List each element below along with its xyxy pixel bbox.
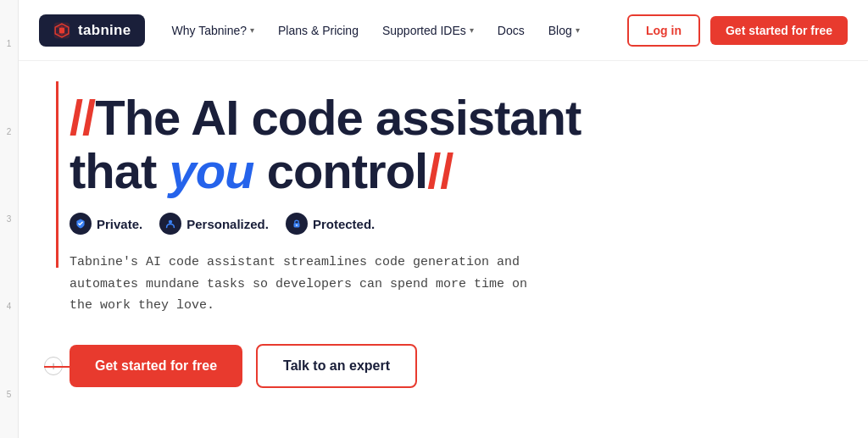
nav-actions: Log in Get started for free: [627, 14, 848, 47]
chevron-down-icon: ▾: [470, 25, 474, 35]
logo-text: tabnine: [78, 22, 131, 39]
hero-badges: Private. Personalized.: [70, 213, 817, 235]
badge-personalized: Personalized.: [159, 213, 269, 235]
badge-private-text: Private.: [97, 217, 142, 231]
hero-accent-line: [56, 81, 58, 268]
line-2: 2: [0, 87, 18, 175]
nav-docs[interactable]: Docs: [498, 24, 525, 37]
talk-to-expert-button[interactable]: Talk to an expert: [256, 344, 417, 388]
login-button[interactable]: Log in: [627, 14, 700, 47]
nav-blog[interactable]: Blog ▾: [548, 24, 580, 37]
hero-section: //The AI code assistant that you control…: [19, 61, 868, 438]
hero-description: Tabnine's AI code assistant streamlines …: [70, 252, 544, 317]
badge-personalized-text: Personalized.: [186, 217, 269, 231]
badge-protected: Protected.: [286, 213, 375, 235]
headline-line2-after: control: [254, 143, 428, 198]
nav-why-tabnine[interactable]: Why Tabnine? ▾: [172, 24, 254, 37]
badge-protected-text: Protected.: [313, 217, 375, 231]
headline-slashes-prefix: //: [70, 90, 95, 145]
navbar: tabnine Why Tabnine? ▾ Plans & Pricing S…: [19, 0, 868, 61]
nav-supported-ides[interactable]: Supported IDEs ▾: [382, 24, 474, 37]
logo[interactable]: tabnine: [39, 14, 145, 47]
badge-private: Private.: [70, 213, 142, 235]
lock-icon: [286, 213, 308, 235]
svg-point-4: [296, 225, 298, 226]
get-started-nav-button[interactable]: Get started for free: [710, 16, 848, 45]
nav-links: Why Tabnine? ▾ Plans & Pricing Supported…: [172, 24, 627, 37]
chevron-down-icon: ▾: [250, 25, 254, 35]
hero-headline: //The AI code assistant that you control…: [70, 91, 817, 197]
get-started-button[interactable]: Get started for free: [70, 345, 242, 387]
main-container: tabnine Why Tabnine? ▾ Plans & Pricing S…: [19, 0, 868, 438]
line-1: 1: [0, 0, 18, 87]
hero-buttons: + Get started for free Talk to an expert: [70, 344, 817, 388]
line-5: 5: [0, 351, 18, 438]
line-4: 4: [0, 263, 18, 350]
chevron-down-icon: ▾: [576, 25, 580, 35]
svg-rect-1: [59, 27, 64, 32]
line-numbers: 1 2 3 4 5: [0, 0, 19, 438]
tabnine-logo-icon: [53, 21, 71, 40]
headline-slashes-suffix: //: [427, 143, 453, 198]
svg-point-2: [169, 220, 172, 224]
headline-line2-before: that: [70, 143, 169, 198]
headline-you: you: [169, 143, 253, 198]
person-icon: [159, 213, 181, 235]
button-connector-line: [44, 366, 70, 368]
line-3: 3: [0, 175, 18, 263]
shield-check-icon: [70, 213, 92, 235]
headline-line1: The AI code assistant: [95, 90, 581, 145]
nav-plans-pricing[interactable]: Plans & Pricing: [278, 24, 359, 37]
